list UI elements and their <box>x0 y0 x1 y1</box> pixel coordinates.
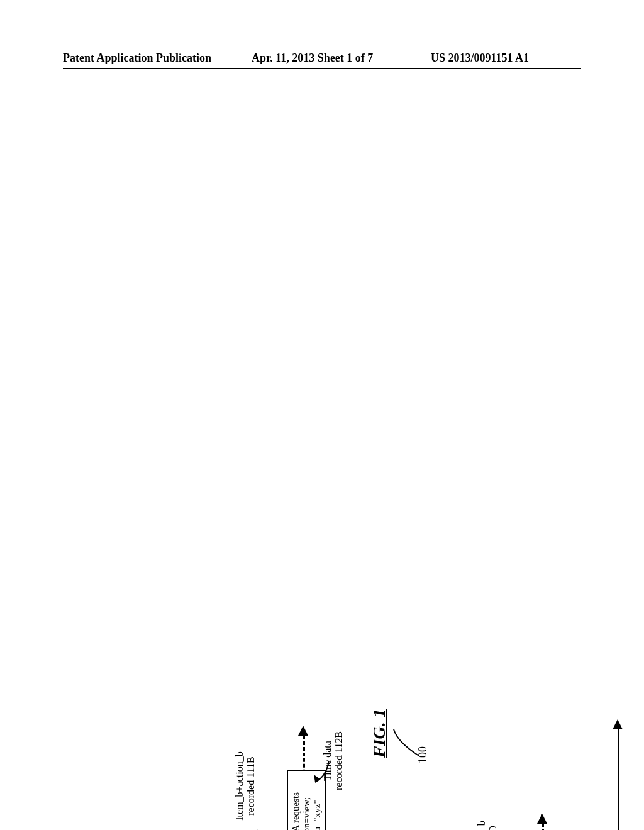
swoop-a-right-item <box>256 817 287 830</box>
header-mid: Apr. 11, 2013 Sheet 1 of 7 <box>252 52 373 65</box>
direction-arrow-head <box>613 719 623 729</box>
header-right: US 2013/0091151 A1 <box>431 52 529 65</box>
timeline-a-arrowhead <box>298 726 308 736</box>
page: Patent Application Publication Apr. 11, … <box>0 0 644 830</box>
header-rule <box>63 68 581 69</box>
figure-title: FIG. 1 <box>369 709 389 758</box>
figure-refnum: 100 <box>416 746 430 763</box>
item-label-b-right: Item_b+action_b recorded 111D <box>476 792 499 830</box>
swoop-a-right-time <box>313 755 331 786</box>
direction-arrow-line <box>618 729 619 830</box>
timeline-b-dash <box>542 824 544 830</box>
item-label-a-right: Item_b+action_b recorded 111B <box>234 723 257 830</box>
header-left: Patent Application Publication <box>63 52 211 65</box>
figure-1: Pair Instance 110A User A requests actio… <box>190 685 644 830</box>
timeline-b-arrowhead <box>537 814 547 824</box>
figure-rotated-wrap: Pair Instance 110A User A requests actio… <box>423 352 644 830</box>
event-a-right-l1: User A requests <box>291 775 301 830</box>
